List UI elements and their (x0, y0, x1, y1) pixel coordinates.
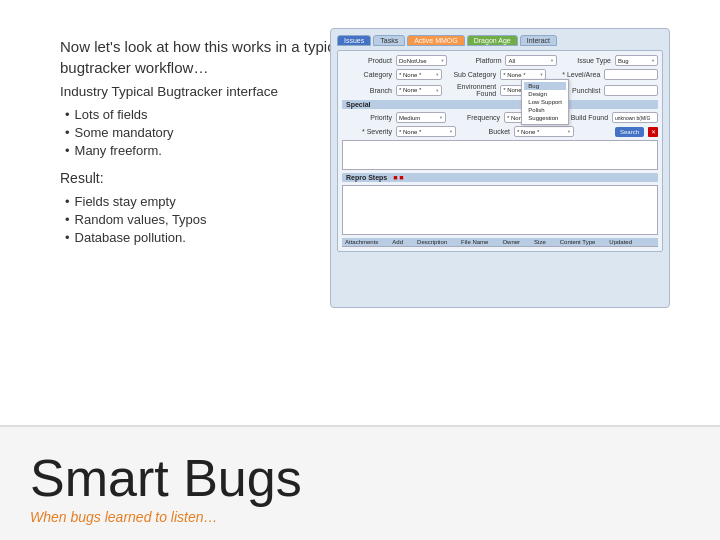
smart-bugs-subtitle: When bugs learned to listen… (30, 509, 690, 525)
label-bucket: Bucket (460, 128, 510, 135)
bugtracker-mockup: Issues Tasks Active MMOG Dragon Age Inte… (330, 28, 670, 308)
build-found-field[interactable]: unknown b(M/G (612, 112, 658, 123)
section-special: Special (342, 100, 658, 109)
tab-mmog[interactable]: Active MMOG (407, 35, 465, 46)
section-repro: Repro Steps ■ ■ (342, 173, 658, 182)
bt-row-4: Priority Medium Frequency * None * Build… (342, 112, 658, 123)
product-field[interactable]: DoNotUse (396, 55, 447, 66)
bt-row-1: Product DoNotUse Platform All Issue Type… (342, 55, 658, 66)
priority-field[interactable]: Medium (396, 112, 446, 123)
content-area: Now let's look at how this works in a ty… (30, 18, 690, 275)
dropdown-option-bug[interactable]: Bug (524, 82, 566, 90)
issue-type-dropdown[interactable]: Bug Design Low Support Polish Suggestion (521, 79, 569, 125)
bucket-field[interactable]: * None * (514, 126, 574, 137)
label-priority: Priority (342, 114, 392, 121)
bt-tabs: Issues Tasks Active MMOG Dragon Age Inte… (337, 35, 663, 46)
tab-dragon-age[interactable]: Dragon Age (467, 35, 518, 46)
tab-interact[interactable]: Interact (520, 35, 557, 46)
top-text: Now let's look at how this works in a ty… (60, 38, 346, 76)
summary-field[interactable] (342, 140, 658, 170)
slide-top: Now let's look at how this works in a ty… (0, 0, 720, 285)
bt-row-5: * Severity * None * Bucket * None * Sear… (342, 126, 658, 137)
search-icon[interactable]: ✕ (648, 127, 658, 137)
tab-tasks[interactable]: Tasks (373, 35, 405, 46)
punchlist-field[interactable] (604, 85, 658, 96)
issue-type-field[interactable]: Bug (615, 55, 658, 66)
search-button[interactable]: Search (615, 127, 644, 137)
dropdown-option-polish[interactable]: Polish (524, 106, 566, 114)
platform-field[interactable]: All (505, 55, 556, 66)
label-product: Product (342, 57, 392, 64)
bt-row-2: Category * None * Sub Category * None * … (342, 69, 658, 80)
label-branch: Branch (342, 87, 392, 94)
tab-issues[interactable]: Issues (337, 35, 371, 46)
dropdown-option-design[interactable]: Design (524, 90, 566, 98)
smart-bugs-title: Smart Bugs (30, 452, 690, 504)
repro-steps-field[interactable] (342, 185, 658, 235)
label-category: Category (342, 71, 392, 78)
dropdown-option-low-support[interactable]: Low Support (524, 98, 566, 106)
label-sub-category: Sub Category (446, 71, 496, 78)
label-issue-type: Issue Type (561, 57, 611, 64)
branch-field[interactable]: * None * (396, 85, 442, 96)
label-env-found: Environment Found (446, 83, 496, 97)
attachments-header: Attachments Add Description File Name Ow… (342, 238, 658, 247)
slide-bottom: Smart Bugs When bugs learned to listen… (0, 425, 720, 540)
bt-row-3: Branch * None * Environment Found * None… (342, 83, 658, 97)
label-severity: * Severity (342, 128, 392, 135)
bt-body: Product DoNotUse Platform All Issue Type… (337, 50, 663, 252)
category-field[interactable]: * None * (396, 69, 442, 80)
level-area-field[interactable] (604, 69, 658, 80)
severity-field[interactable]: * None * (396, 126, 456, 137)
label-level-area: * Level/Area (550, 71, 600, 78)
label-frequency: Frequency (450, 114, 500, 121)
dropdown-option-suggestion[interactable]: Suggestion (524, 114, 566, 122)
label-platform: Platform (451, 57, 501, 64)
